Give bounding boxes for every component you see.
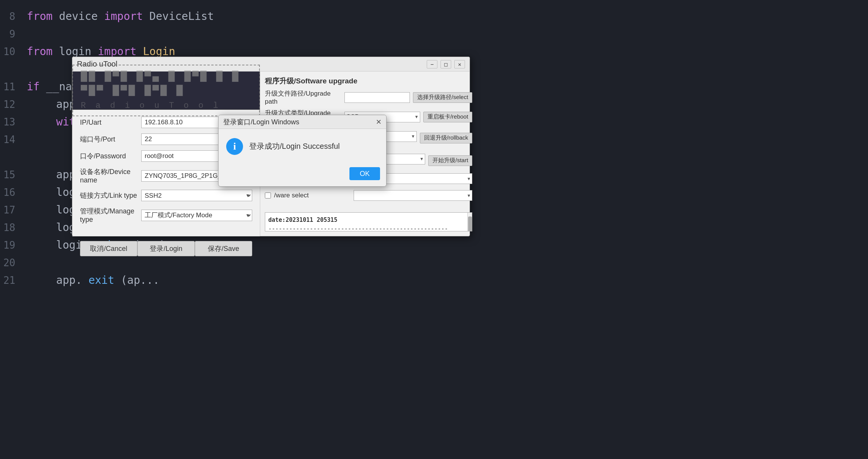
code-line-21: 21 app. exit (ap... <box>0 272 868 289</box>
line-number: 16 <box>0 184 23 201</box>
login-dialog-close-button[interactable]: ✕ <box>376 118 382 126</box>
software-label: /ware select <box>274 192 351 199</box>
log-scrollbar-thumb[interactable] <box>468 216 472 231</box>
login-success-message: 登录成功/Login Successful <box>249 138 340 151</box>
close-button[interactable]: ✕ <box>454 60 465 68</box>
log-content: date:20231011 205315 -------------------… <box>268 216 469 231</box>
line-number: 21 <box>0 272 23 289</box>
line-number: 14 <box>0 131 23 148</box>
save-button[interactable]: 保存/Save <box>195 241 252 256</box>
line-number: 17 <box>0 201 23 219</box>
login-dialog-title: 登录窗口/Login Windows <box>223 117 376 127</box>
login-dialog-body: i 登录成功/Login Successful <box>219 129 386 164</box>
log-scrollbar-track <box>467 213 472 231</box>
password-label: 口令/Password <box>80 151 141 161</box>
reboot-button[interactable]: 重启板卡/reboot <box>423 112 473 122</box>
cancel-button[interactable]: 取消/Cancel <box>80 241 137 256</box>
upgrade-path-input[interactable] <box>344 92 410 103</box>
line-number: 18 <box>0 219 23 236</box>
minimize-button[interactable]: − <box>427 60 437 68</box>
ok-button[interactable]: OK <box>349 167 380 180</box>
manage-mode-label: 管理模式/Manage type <box>80 207 141 224</box>
line-number: 19 <box>0 236 23 254</box>
login-button[interactable]: 登录/Login <box>137 241 195 256</box>
line-number: 20 <box>0 254 23 272</box>
logo-area: ██ █▀█ █▀▄ █ █▀█ █ █ ▀█▀ █▀█ █▀█ █ R a d… <box>72 72 260 110</box>
software-checkbox-row: /ware select <box>265 190 472 201</box>
login-dialog-footer: OK <box>219 164 386 186</box>
rollback-button[interactable]: 回退升级/rollback <box>420 133 473 143</box>
log-separator: ----------------------------------------… <box>268 225 469 232</box>
link-type-select-wrapper: SSH2 <box>141 190 252 201</box>
software-checkbox[interactable] <box>265 192 271 199</box>
maximize-button[interactable]: □ <box>441 60 451 68</box>
logo-text: ██ █▀█ █▀▄ █ █▀█ █ █ ▀█▀ █▀█ █▀█ █ R a d… <box>72 65 260 116</box>
line-number: 9 <box>0 25 23 43</box>
start-button[interactable]: 开始升级/start <box>428 155 472 166</box>
action-buttons-row: 取消/Cancel 登录/Login 保存/Save <box>72 236 260 261</box>
link-type-label: 链接方式/Link type <box>80 191 141 200</box>
software-row: /ware select <box>265 190 472 204</box>
software-select-wrapper <box>354 190 472 201</box>
info-icon: i <box>226 138 243 155</box>
line-number: 11 <box>0 78 23 96</box>
log-area[interactable]: date:20231011 205315 -------------------… <box>265 212 472 231</box>
select-path-button[interactable]: 选择升级路径/select <box>413 92 472 103</box>
upgrade-path-label: 升级文件路径/Upgrade path <box>265 89 341 106</box>
line-number: 10 <box>0 43 23 60</box>
log-date: date:20231011 205315 <box>268 216 469 225</box>
window-controls: − □ ✕ <box>427 60 465 68</box>
line-number: 12 <box>0 96 23 113</box>
ip-label: IP/Uart <box>80 119 141 127</box>
device-name-label: 设备名称/Device name <box>80 167 141 184</box>
manage-mode-select[interactable]: 工厂模式/Factory Mode <box>141 210 252 221</box>
code-line-9: 9 <box>0 25 868 43</box>
line-number: 8 <box>0 8 23 25</box>
link-type-select[interactable]: SSH2 <box>141 190 252 201</box>
line-number: 15 <box>0 166 23 184</box>
link-type-row: 链接方式/Link type SSH2 <box>80 190 252 201</box>
manage-mode-row: 管理模式/Manage type 工厂模式/Factory Mode <box>80 207 252 224</box>
upgrade-section-title: 程序升级/Software upgrade <box>265 76 472 86</box>
login-success-dialog: 登录窗口/Login Windows ✕ i 登录成功/Login Succes… <box>218 115 387 187</box>
software-select[interactable] <box>354 190 472 201</box>
code-line-8: 8 from device import DeviceList <box>0 8 868 25</box>
login-dialog-titlebar: 登录窗口/Login Windows ✕ <box>219 115 386 129</box>
upgrade-path-row: 升级文件路径/Upgrade path 选择升级路径/select <box>265 89 472 106</box>
manage-mode-select-wrapper: 工厂模式/Factory Mode <box>141 210 252 221</box>
line-number: 13 <box>0 113 23 131</box>
port-label: 端口号/Port <box>80 135 141 144</box>
